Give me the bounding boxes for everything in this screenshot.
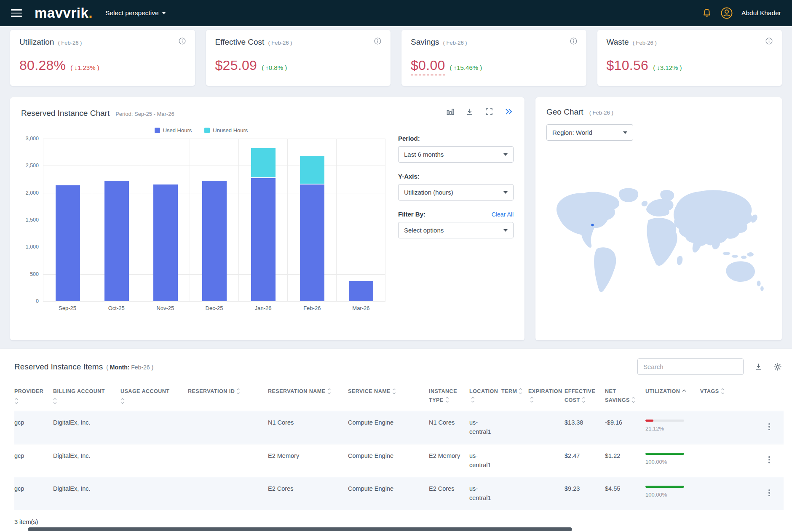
utilization-bar-track bbox=[645, 420, 684, 422]
bar-Jan-26[interactable] bbox=[251, 139, 276, 301]
bar-Nov-25[interactable] bbox=[153, 139, 178, 301]
kpi-card: Effective Cost ( Feb-26 ) $25.09 ( ↑0.8%… bbox=[206, 30, 391, 86]
column-header-effective_cost[interactable]: EFFECTIVE COST bbox=[565, 385, 605, 411]
x-tick-label: Mar-26 bbox=[337, 305, 385, 311]
row-actions-kebab-icon[interactable] bbox=[767, 489, 772, 497]
map-data-point bbox=[591, 224, 594, 226]
column-header-expiration[interactable]: EXPIRATION bbox=[528, 385, 565, 411]
info-icon[interactable] bbox=[570, 37, 577, 46]
yaxis-select[interactable]: Utilization (hours) bbox=[398, 184, 514, 201]
row-actions-kebab-icon[interactable] bbox=[767, 455, 772, 464]
column-header-billing_account[interactable]: BILLING ACCOUNT bbox=[53, 385, 120, 411]
bar-Dec-25[interactable] bbox=[202, 139, 227, 301]
sort-icon bbox=[121, 398, 184, 404]
column-header-utilization[interactable]: UTILIZATION bbox=[645, 385, 700, 411]
cell-expiration bbox=[528, 411, 565, 444]
cell-effective_cost: $9.23 bbox=[565, 477, 605, 510]
settings-gear-icon[interactable] bbox=[773, 363, 782, 371]
bar-segment-used bbox=[202, 181, 227, 301]
column-label: USAGE ACCOUNT bbox=[120, 388, 169, 394]
y-tick-label: 2,000 bbox=[26, 190, 39, 196]
column-header-vtags[interactable]: VTAGS bbox=[700, 385, 767, 411]
column-header-service_name[interactable]: SERVICE NAME bbox=[348, 385, 429, 411]
column-label: INSTANCE TYPE bbox=[429, 388, 457, 403]
bar-Feb-26[interactable] bbox=[300, 139, 324, 301]
column-header-net_savings[interactable]: NET SAVINGS bbox=[605, 385, 645, 411]
cell-location: us-central1 bbox=[469, 477, 501, 510]
user-name[interactable]: Abdul Khader bbox=[741, 9, 781, 17]
info-icon[interactable] bbox=[179, 37, 186, 46]
cell-service_name: Compute Engine bbox=[348, 444, 429, 477]
kpi-change: ( ↑0.8% ) bbox=[262, 64, 287, 71]
cell-usage_account bbox=[120, 411, 188, 444]
notification-bell-icon[interactable] bbox=[702, 8, 712, 18]
filter-select[interactable]: Select options bbox=[398, 222, 514, 238]
column-header-reservation_id[interactable]: RESERVATION ID bbox=[188, 385, 268, 411]
reserved-instance-chart-panel: Reserved Instance Chart Period: Sep-25 -… bbox=[10, 97, 524, 340]
column-header-provider[interactable]: PROVIDER bbox=[14, 385, 53, 411]
kpi-change: ( ↑15.46% ) bbox=[450, 64, 482, 71]
sort-icon bbox=[446, 397, 448, 402]
column-header-term[interactable]: TERM bbox=[501, 385, 528, 411]
chart-category bbox=[141, 139, 190, 301]
legend-item[interactable]: Used Hours bbox=[155, 127, 192, 134]
fullscreen-icon[interactable] bbox=[485, 107, 493, 116]
legend-label: Unused Hours bbox=[213, 127, 248, 134]
world-map bbox=[546, 151, 771, 334]
cell-service_name: Compute Engine bbox=[348, 477, 429, 510]
bar-segment-used bbox=[153, 184, 178, 301]
kpi-value: $10.56 bbox=[607, 58, 649, 73]
download-icon[interactable] bbox=[466, 107, 474, 116]
chart-y-axis: 3,0002,5002,0001,5001,0005000 bbox=[21, 139, 43, 301]
column-header-reservation_name[interactable]: RESERVATION NAME bbox=[268, 385, 348, 411]
row-actions-kebab-icon[interactable] bbox=[767, 422, 772, 431]
info-icon[interactable] bbox=[374, 37, 381, 46]
hamburger-menu-icon[interactable] bbox=[11, 9, 22, 17]
column-header-location[interactable]: LOCATION bbox=[469, 385, 501, 411]
chart-controls: Period: Last 6 months Y-Axis: Utilizatio… bbox=[398, 120, 514, 311]
column-header-usage_account[interactable]: USAGE ACCOUNT bbox=[120, 385, 188, 411]
utilization-percent-label: 100.00% bbox=[645, 458, 696, 466]
y-tick-label: 0 bbox=[36, 298, 39, 304]
reserved-instance-items-table: PROVIDERBILLING ACCOUNTUSAGE ACCOUNTRESE… bbox=[14, 385, 784, 510]
perspective-dropdown[interactable]: Select perspective bbox=[105, 9, 166, 17]
kpi-value: $25.09 bbox=[215, 58, 257, 73]
bar-Oct-25[interactable] bbox=[104, 139, 129, 301]
cell-reservation_name: E2 Cores bbox=[268, 477, 348, 510]
y-tick-label: 3,000 bbox=[26, 136, 39, 142]
sort-icon bbox=[54, 398, 116, 404]
kpi-title: Waste bbox=[607, 37, 629, 47]
x-tick-label: Jan-26 bbox=[239, 305, 288, 311]
table-item-count: 3 item(s) bbox=[0, 510, 792, 525]
sort-icon bbox=[328, 389, 330, 394]
bar-segment-used bbox=[56, 185, 80, 301]
horizontal-scrollbar-thumb[interactable] bbox=[28, 527, 572, 531]
chart-type-icon[interactable] bbox=[446, 107, 455, 116]
cell-instance_type: N1 Cores bbox=[429, 411, 469, 444]
cell-provider: gcp bbox=[14, 411, 53, 444]
kpi-period: ( Feb-26 ) bbox=[633, 40, 657, 46]
geo-chart-title: Geo Chart bbox=[546, 107, 583, 117]
chevron-down-icon bbox=[503, 153, 508, 156]
region-select[interactable]: Region: World bbox=[546, 124, 633, 141]
kpi-value: $0.00 bbox=[411, 58, 445, 75]
yaxis-select-value: Utilization (hours) bbox=[404, 189, 453, 196]
period-select[interactable]: Last 6 months bbox=[398, 146, 514, 163]
column-header-instance_type[interactable]: INSTANCE TYPE bbox=[429, 385, 469, 411]
collapse-panel-icon[interactable] bbox=[504, 108, 514, 115]
user-avatar-icon[interactable] bbox=[720, 7, 733, 19]
search-input[interactable] bbox=[637, 358, 744, 375]
cell-reservation_name: E2 Memory bbox=[268, 444, 348, 477]
cell-billing_account: DigitalEx, Inc. bbox=[53, 444, 120, 477]
clear-all-link[interactable]: Clear All bbox=[492, 211, 514, 218]
bar-Mar-26[interactable] bbox=[349, 139, 373, 301]
bar-Sep-25[interactable] bbox=[56, 139, 80, 301]
download-table-icon[interactable] bbox=[755, 363, 763, 371]
cell-effective_cost: $13.38 bbox=[565, 411, 605, 444]
cell-location: us-central1 bbox=[469, 411, 501, 444]
kpi-title: Effective Cost bbox=[215, 37, 265, 47]
info-icon[interactable] bbox=[765, 37, 773, 46]
cell-reservation_id bbox=[188, 477, 268, 510]
chart-category bbox=[92, 139, 141, 301]
legend-item[interactable]: Unused Hours bbox=[204, 127, 248, 134]
